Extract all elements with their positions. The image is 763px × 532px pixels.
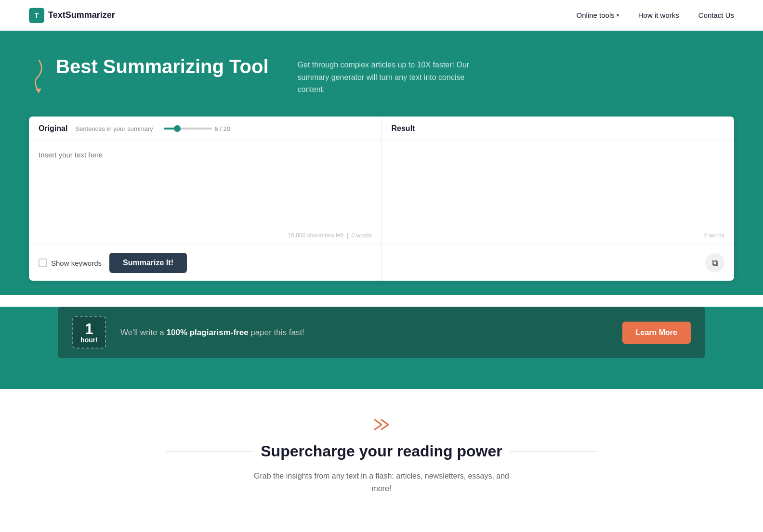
show-keywords-checkbox[interactable] xyxy=(39,259,47,267)
section-description: Grab the insights from any text in a fla… xyxy=(251,470,512,494)
original-pane-header: Original Sentences in your summary 6 / 2… xyxy=(29,117,382,141)
hero-title: Best Summarizing Tool xyxy=(56,55,269,78)
slider-thumb[interactable] xyxy=(174,125,181,132)
result-word-count: 0 words xyxy=(382,228,735,245)
slider-value: 6 / 20 xyxy=(215,125,231,132)
logo-link[interactable]: T TextSummarizer xyxy=(29,8,115,23)
sentences-label: Sentences in your summary xyxy=(75,125,153,132)
tool-footer-right: ⧉ xyxy=(382,245,735,281)
slider-track: 6 / 20 xyxy=(164,125,231,132)
result-pane-header: Result xyxy=(382,117,735,141)
slider-rail[interactable] xyxy=(164,128,212,130)
tool-footer-left: Show keywords Summarize It! xyxy=(29,245,382,281)
ad-banner: 1 hour! We'll write a 100% plagiarism-fr… xyxy=(58,307,705,358)
hero-description: Get through complex articles up to 10X f… xyxy=(298,55,481,96)
input-pane: 15,000 characters left | 0 words xyxy=(29,141,382,245)
title-line-left xyxy=(166,451,253,452)
copy-icon: ⧉ xyxy=(712,258,718,268)
show-keywords-text: Show keywords xyxy=(51,259,102,267)
tool-body: 15,000 characters left | 0 words 0 words xyxy=(29,141,734,245)
hero-left: Best Summarizing Tool xyxy=(29,55,269,97)
show-keywords-label[interactable]: Show keywords xyxy=(39,259,102,267)
tool-card: Original Sentences in your summary 6 / 2… xyxy=(29,117,734,281)
tool-header: Original Sentences in your summary 6 / 2… xyxy=(29,117,734,141)
logo-icon: T xyxy=(29,8,44,23)
hero-section: Best Summarizing Tool Get through comple… xyxy=(0,31,763,117)
learn-more-button[interactable]: Learn More xyxy=(622,322,691,344)
nav-contact-us[interactable]: Contact Us xyxy=(698,11,734,19)
ad-text: We'll write a 100% plagiarism-free paper… xyxy=(120,328,608,337)
logo-text: TextSummarizer xyxy=(48,10,115,20)
text-input[interactable] xyxy=(29,141,382,228)
chevron-double-icon xyxy=(10,418,753,435)
tool-footer: Show keywords Summarize It! ⧉ xyxy=(29,245,734,281)
nav-online-tools[interactable]: Online tools ▾ xyxy=(577,11,619,19)
result-pane: 0 words xyxy=(382,141,735,245)
chevron-down-icon: ▾ xyxy=(617,13,619,18)
title-line-right xyxy=(510,451,597,452)
section-title: Supercharge your reading power xyxy=(10,442,753,460)
hour-icon: 1 hour! xyxy=(72,316,106,349)
svg-marker-0 xyxy=(36,89,41,93)
nav-links: Online tools ▾ How it works Contact Us xyxy=(577,11,734,19)
summarize-button[interactable]: Summarize It! xyxy=(109,253,187,273)
nav-how-it-works[interactable]: How it works xyxy=(638,11,679,19)
lower-section: Supercharge your reading power Grab the … xyxy=(0,389,763,514)
char-count: 15,000 characters left | 0 words xyxy=(29,228,382,245)
navigation: T TextSummarizer Online tools ▾ How it w… xyxy=(0,0,763,31)
result-area xyxy=(382,141,735,228)
original-label: Original xyxy=(39,124,67,133)
result-label: Result xyxy=(392,124,415,133)
arrow-icon xyxy=(29,60,48,97)
copy-button[interactable]: ⧉ xyxy=(705,253,724,272)
